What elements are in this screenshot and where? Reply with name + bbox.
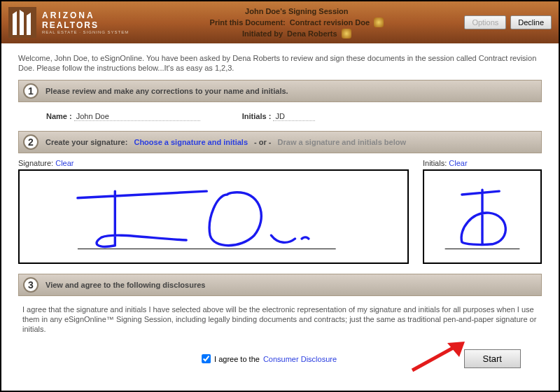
consumer-disclosure-link[interactable]: Consumer Disclosure: [263, 355, 337, 363]
welcome-text: Welcome, John Doe, to eSignOnline. You h…: [18, 53, 542, 73]
signature-head-label: Signature:: [18, 159, 53, 167]
agree-prefix: I agree to the: [214, 355, 260, 363]
step-2-bar: 2 Create your signature: Choose a signat…: [18, 131, 542, 153]
signature-clear-link[interactable]: Clear: [55, 159, 74, 167]
initials-canvas[interactable]: [423, 169, 542, 264]
or-text: - or -: [254, 138, 271, 146]
agree-checkbox[interactable]: [202, 354, 211, 363]
step-3-label: View and agree to the following disclosu…: [46, 281, 205, 289]
brand-logo: ARIZONA REALTORS REAL ESTATE · SIGNING S…: [8, 7, 129, 38]
session-label: John Doe's Signing Session: [245, 6, 348, 17]
name-field[interactable]: John Doe: [74, 112, 200, 121]
step-1-number: 1: [23, 83, 38, 99]
app-header: ARIZONA REALTORS REAL ESTATE · SIGNING S…: [1, 1, 559, 43]
step-1-bar: 1 Please review and make any corrections…: [18, 80, 542, 102]
brand-line1: ARIZONA: [42, 10, 129, 20]
print-prefix: Print this Document:: [210, 17, 286, 28]
step-3-number: 3: [23, 277, 38, 293]
start-button[interactable]: Start: [464, 349, 521, 368]
initiated-by-name: Dena Roberts: [287, 28, 337, 39]
initiated-prefix: Initiated by: [242, 28, 283, 39]
disclosure-text: I agree that the signature and initials …: [18, 302, 542, 340]
user-icon: [342, 29, 351, 38]
name-label: Name :: [46, 112, 72, 120]
brand-tagline: REAL ESTATE · SIGNING SYSTEM: [42, 30, 129, 34]
step-2-number: 2: [23, 134, 38, 150]
annotation-arrow-icon: [409, 339, 472, 374]
initials-clear-link[interactable]: Clear: [449, 159, 467, 167]
realtors-logo-icon: [8, 7, 36, 38]
initials-head-label: Initials:: [423, 159, 447, 167]
step-3-bar: 3 View and agree to the following disclo…: [18, 274, 542, 296]
step-2-label: Create your signature: Choose a signatur…: [46, 138, 406, 146]
choose-signature-link[interactable]: Choose a signature and initials: [134, 138, 248, 146]
print-icon[interactable]: [374, 18, 384, 27]
brand-line2: REALTORS: [42, 20, 129, 30]
session-info: John Doe's Signing Session Print this Do…: [129, 6, 464, 39]
decline-button[interactable]: Decline: [510, 15, 552, 29]
options-button[interactable]: Options: [464, 15, 506, 29]
initials-field[interactable]: JD: [273, 112, 315, 121]
draw-signature-text: Draw a signature and initials below: [278, 138, 406, 146]
print-doc-name[interactable]: Contract revision Doe: [290, 17, 370, 28]
step-1-label: Please review and make any corrections t…: [46, 87, 288, 95]
initials-label: Initials :: [242, 112, 272, 120]
signature-canvas[interactable]: [18, 169, 409, 264]
